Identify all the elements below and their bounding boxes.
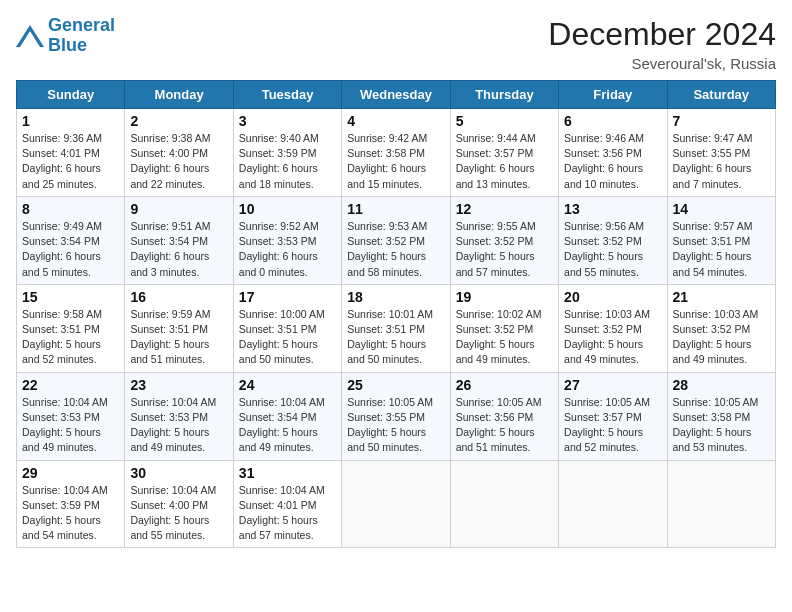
- calendar-cell: [559, 460, 667, 548]
- day-info: Sunrise: 10:04 AMSunset: 4:00 PMDaylight…: [130, 483, 227, 544]
- day-info: Sunrise: 10:05 AMSunset: 3:56 PMDaylight…: [456, 395, 553, 456]
- calendar-cell: 30Sunrise: 10:04 AMSunset: 4:00 PMDaylig…: [125, 460, 233, 548]
- day-info: Sunrise: 9:36 AMSunset: 4:01 PMDaylight:…: [22, 131, 119, 192]
- calendar-cell: 8Sunrise: 9:49 AMSunset: 3:54 PMDaylight…: [17, 196, 125, 284]
- calendar-cell: 10Sunrise: 9:52 AMSunset: 3:53 PMDayligh…: [233, 196, 341, 284]
- day-info: Sunrise: 10:04 AMSunset: 3:53 PMDaylight…: [130, 395, 227, 456]
- day-info: Sunrise: 9:42 AMSunset: 3:58 PMDaylight:…: [347, 131, 444, 192]
- day-info: Sunrise: 9:49 AMSunset: 3:54 PMDaylight:…: [22, 219, 119, 280]
- day-number: 18: [347, 289, 444, 305]
- calendar-cell: 15Sunrise: 9:58 AMSunset: 3:51 PMDayligh…: [17, 284, 125, 372]
- day-info: Sunrise: 10:05 AMSunset: 3:57 PMDaylight…: [564, 395, 661, 456]
- page-header: General Blue December 2024 Severoural'sk…: [16, 16, 776, 72]
- day-info: Sunrise: 9:46 AMSunset: 3:56 PMDaylight:…: [564, 131, 661, 192]
- calendar-cell: [667, 460, 775, 548]
- day-number: 11: [347, 201, 444, 217]
- day-number: 22: [22, 377, 119, 393]
- calendar-cell: 3Sunrise: 9:40 AMSunset: 3:59 PMDaylight…: [233, 109, 341, 197]
- calendar-cell: 2Sunrise: 9:38 AMSunset: 4:00 PMDaylight…: [125, 109, 233, 197]
- day-info: Sunrise: 9:51 AMSunset: 3:54 PMDaylight:…: [130, 219, 227, 280]
- calendar-cell: 23Sunrise: 10:04 AMSunset: 3:53 PMDaylig…: [125, 372, 233, 460]
- day-number: 6: [564, 113, 661, 129]
- calendar-cell: 22Sunrise: 10:04 AMSunset: 3:53 PMDaylig…: [17, 372, 125, 460]
- calendar-cell: 19Sunrise: 10:02 AMSunset: 3:52 PMDaylig…: [450, 284, 558, 372]
- calendar-cell: 13Sunrise: 9:56 AMSunset: 3:52 PMDayligh…: [559, 196, 667, 284]
- day-number: 14: [673, 201, 770, 217]
- day-number: 26: [456, 377, 553, 393]
- day-number: 4: [347, 113, 444, 129]
- day-info: Sunrise: 10:04 AMSunset: 4:01 PMDaylight…: [239, 483, 336, 544]
- day-number: 9: [130, 201, 227, 217]
- calendar-cell: 25Sunrise: 10:05 AMSunset: 3:55 PMDaylig…: [342, 372, 450, 460]
- day-info: Sunrise: 10:00 AMSunset: 3:51 PMDaylight…: [239, 307, 336, 368]
- calendar-cell: 4Sunrise: 9:42 AMSunset: 3:58 PMDaylight…: [342, 109, 450, 197]
- weekday-header-saturday: Saturday: [667, 81, 775, 109]
- location: Severoural'sk, Russia: [548, 55, 776, 72]
- calendar-cell: 14Sunrise: 9:57 AMSunset: 3:51 PMDayligh…: [667, 196, 775, 284]
- day-number: 2: [130, 113, 227, 129]
- day-number: 24: [239, 377, 336, 393]
- day-info: Sunrise: 10:04 AMSunset: 3:54 PMDaylight…: [239, 395, 336, 456]
- calendar-cell: 21Sunrise: 10:03 AMSunset: 3:52 PMDaylig…: [667, 284, 775, 372]
- day-info: Sunrise: 9:55 AMSunset: 3:52 PMDaylight:…: [456, 219, 553, 280]
- day-number: 23: [130, 377, 227, 393]
- day-number: 25: [347, 377, 444, 393]
- weekday-header-thursday: Thursday: [450, 81, 558, 109]
- calendar-week-4: 22Sunrise: 10:04 AMSunset: 3:53 PMDaylig…: [17, 372, 776, 460]
- calendar-cell: 9Sunrise: 9:51 AMSunset: 3:54 PMDaylight…: [125, 196, 233, 284]
- day-number: 27: [564, 377, 661, 393]
- day-number: 30: [130, 465, 227, 481]
- weekday-header-monday: Monday: [125, 81, 233, 109]
- calendar-cell: 27Sunrise: 10:05 AMSunset: 3:57 PMDaylig…: [559, 372, 667, 460]
- day-info: Sunrise: 9:52 AMSunset: 3:53 PMDaylight:…: [239, 219, 336, 280]
- calendar-cell: 24Sunrise: 10:04 AMSunset: 3:54 PMDaylig…: [233, 372, 341, 460]
- calendar-cell: 28Sunrise: 10:05 AMSunset: 3:58 PMDaylig…: [667, 372, 775, 460]
- day-info: Sunrise: 10:04 AMSunset: 3:59 PMDaylight…: [22, 483, 119, 544]
- day-number: 28: [673, 377, 770, 393]
- calendar-week-1: 1Sunrise: 9:36 AMSunset: 4:01 PMDaylight…: [17, 109, 776, 197]
- day-number: 13: [564, 201, 661, 217]
- day-number: 29: [22, 465, 119, 481]
- calendar-body: 1Sunrise: 9:36 AMSunset: 4:01 PMDaylight…: [17, 109, 776, 548]
- day-number: 10: [239, 201, 336, 217]
- day-info: Sunrise: 9:57 AMSunset: 3:51 PMDaylight:…: [673, 219, 770, 280]
- day-info: Sunrise: 9:59 AMSunset: 3:51 PMDaylight:…: [130, 307, 227, 368]
- day-info: Sunrise: 10:02 AMSunset: 3:52 PMDaylight…: [456, 307, 553, 368]
- weekday-header-tuesday: Tuesday: [233, 81, 341, 109]
- logo: General Blue: [16, 16, 115, 56]
- calendar-cell: 6Sunrise: 9:46 AMSunset: 3:56 PMDaylight…: [559, 109, 667, 197]
- calendar-cell: 17Sunrise: 10:00 AMSunset: 3:51 PMDaylig…: [233, 284, 341, 372]
- day-number: 5: [456, 113, 553, 129]
- month-title: December 2024: [548, 16, 776, 53]
- day-info: Sunrise: 9:56 AMSunset: 3:52 PMDaylight:…: [564, 219, 661, 280]
- day-number: 12: [456, 201, 553, 217]
- calendar-cell: [342, 460, 450, 548]
- calendar-cell: 1Sunrise: 9:36 AMSunset: 4:01 PMDaylight…: [17, 109, 125, 197]
- day-info: Sunrise: 10:05 AMSunset: 3:58 PMDaylight…: [673, 395, 770, 456]
- calendar-header-row: SundayMondayTuesdayWednesdayThursdayFrid…: [17, 81, 776, 109]
- day-number: 15: [22, 289, 119, 305]
- day-number: 21: [673, 289, 770, 305]
- day-info: Sunrise: 9:47 AMSunset: 3:55 PMDaylight:…: [673, 131, 770, 192]
- day-info: Sunrise: 10:04 AMSunset: 3:53 PMDaylight…: [22, 395, 119, 456]
- calendar-cell: 12Sunrise: 9:55 AMSunset: 3:52 PMDayligh…: [450, 196, 558, 284]
- calendar-cell: 31Sunrise: 10:04 AMSunset: 4:01 PMDaylig…: [233, 460, 341, 548]
- day-info: Sunrise: 10:05 AMSunset: 3:55 PMDaylight…: [347, 395, 444, 456]
- day-info: Sunrise: 9:38 AMSunset: 4:00 PMDaylight:…: [130, 131, 227, 192]
- calendar-cell: 29Sunrise: 10:04 AMSunset: 3:59 PMDaylig…: [17, 460, 125, 548]
- logo-icon: [16, 25, 44, 47]
- calendar-cell: [450, 460, 558, 548]
- calendar-week-5: 29Sunrise: 10:04 AMSunset: 3:59 PMDaylig…: [17, 460, 776, 548]
- calendar-table: SundayMondayTuesdayWednesdayThursdayFrid…: [16, 80, 776, 548]
- day-info: Sunrise: 9:53 AMSunset: 3:52 PMDaylight:…: [347, 219, 444, 280]
- calendar-cell: 5Sunrise: 9:44 AMSunset: 3:57 PMDaylight…: [450, 109, 558, 197]
- day-number: 19: [456, 289, 553, 305]
- day-info: Sunrise: 10:03 AMSunset: 3:52 PMDaylight…: [564, 307, 661, 368]
- calendar-cell: 11Sunrise: 9:53 AMSunset: 3:52 PMDayligh…: [342, 196, 450, 284]
- day-info: Sunrise: 10:01 AMSunset: 3:51 PMDaylight…: [347, 307, 444, 368]
- logo-text: General Blue: [48, 16, 115, 56]
- day-info: Sunrise: 9:44 AMSunset: 3:57 PMDaylight:…: [456, 131, 553, 192]
- day-number: 31: [239, 465, 336, 481]
- weekday-header-wednesday: Wednesday: [342, 81, 450, 109]
- weekday-header-sunday: Sunday: [17, 81, 125, 109]
